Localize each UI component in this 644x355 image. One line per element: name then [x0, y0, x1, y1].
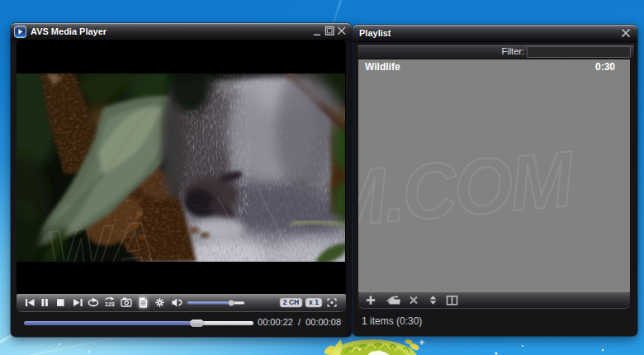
svg-text:2 CH: 2 CH — [283, 298, 299, 306]
svg-text:123: 123 — [105, 301, 115, 307]
svg-text:x 1: x 1 — [309, 298, 319, 306]
